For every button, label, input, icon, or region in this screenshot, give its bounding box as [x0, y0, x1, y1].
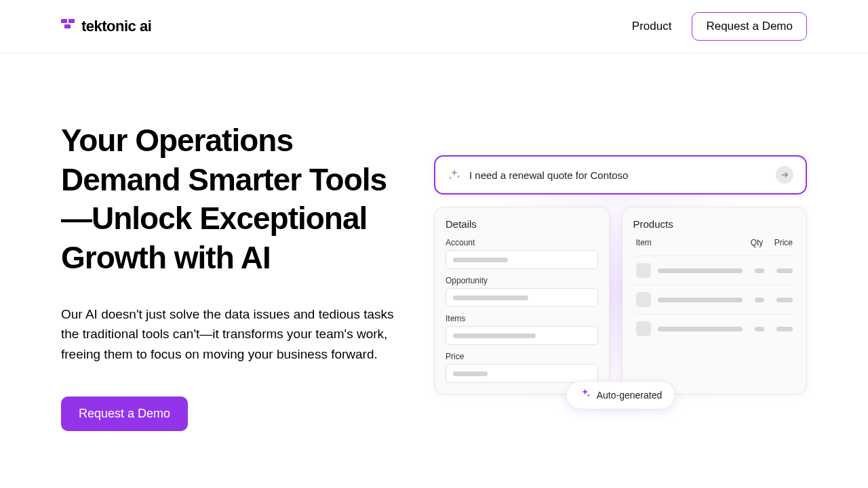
sparkle-icon — [579, 388, 591, 403]
sparkle-icon — [448, 168, 461, 182]
nav-product-link[interactable]: Product — [632, 20, 672, 33]
skeleton-bar — [776, 298, 793, 302]
details-title: Details — [446, 218, 598, 230]
field-input-price — [446, 364, 598, 383]
prompt-text: I need a renewal quote for Contoso — [469, 169, 768, 181]
col-price-label: Price — [767, 238, 793, 247]
product-thumb-icon — [636, 292, 651, 307]
hero-headline: Your Operations Demand Smarter Tools—Unl… — [61, 121, 414, 277]
skeleton-bar — [658, 268, 743, 273]
skeleton-bar — [755, 327, 764, 331]
products-header-row: Item Qty Price — [633, 238, 796, 247]
main-nav: Product Request a Demo — [632, 12, 807, 41]
product-thumb-icon — [636, 321, 651, 336]
field-label-account: Account — [446, 238, 598, 247]
product-thumb-icon — [636, 263, 651, 278]
skeleton-bar — [658, 327, 743, 331]
hero-subtext: Our AI doesn't just solve the data issue… — [61, 304, 414, 364]
auto-generated-chip: Auto-generated — [566, 381, 675, 409]
skeleton-bar — [776, 327, 793, 331]
arrow-right-icon — [776, 166, 793, 184]
brand-name: tektonic ai — [81, 18, 151, 35]
hero-section: Your Operations Demand Smarter Tools—Unl… — [0, 54, 868, 431]
details-card: Details Account Opportunity Items Price — [434, 207, 610, 394]
field-input-account — [446, 250, 598, 269]
skeleton-bar — [755, 298, 764, 302]
prompt-input-mock: I need a renewal quote for Contoso — [434, 155, 807, 195]
field-input-items — [446, 326, 598, 345]
products-card: Products Item Qty Price — [622, 207, 808, 394]
product-row — [633, 314, 796, 343]
col-item-label: Item — [636, 238, 747, 247]
field-label-price: Price — [446, 352, 598, 361]
product-row — [633, 285, 796, 314]
site-header: tektonic ai Product Request a Demo — [0, 0, 868, 54]
col-qty-label: Qty — [747, 238, 767, 247]
skeleton-bar — [658, 298, 743, 302]
hero-illustration: I need a renewal quote for Contoso Detai… — [434, 121, 807, 431]
products-title: Products — [633, 218, 796, 230]
skeleton-bar — [776, 268, 793, 273]
hero-cta-button[interactable]: Request a Demo — [61, 396, 188, 431]
skeleton-bar — [755, 268, 764, 273]
illustration-container: I need a renewal quote for Contoso Detai… — [434, 155, 807, 394]
logo-icon — [61, 19, 76, 34]
product-row — [633, 256, 796, 285]
field-label-opportunity: Opportunity — [446, 276, 598, 285]
brand-logo[interactable]: tektonic ai — [61, 18, 151, 35]
field-label-items: Items — [446, 314, 598, 323]
hero-copy: Your Operations Demand Smarter Tools—Unl… — [61, 121, 414, 431]
nav-demo-button[interactable]: Request a Demo — [692, 12, 807, 41]
chip-label: Auto-generated — [597, 390, 663, 401]
field-input-opportunity — [446, 288, 598, 307]
cards-row: Details Account Opportunity Items Price … — [434, 207, 807, 394]
